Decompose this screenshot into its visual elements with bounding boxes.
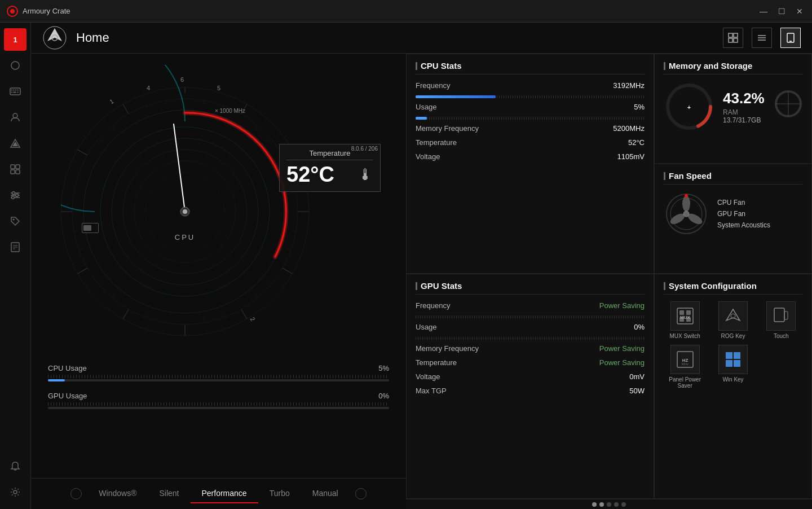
sidebar-item-profile[interactable] (4, 106, 27, 129)
svg-rect-33 (734, 38, 738, 42)
svg-point-22 (13, 219, 15, 221)
grid-view-button[interactable] (723, 28, 743, 48)
svg-point-20 (16, 194, 19, 197)
rog-key-label: ROG Key (721, 333, 745, 339)
mode-tab-turbo[interactable]: Turbo (258, 484, 301, 503)
sidebar-item-keyboard[interactable] (4, 80, 27, 103)
gear-icon[interactable] (4, 481, 27, 503)
svg-point-2 (11, 62, 19, 69)
svg-line-63 (254, 295, 257, 298)
cpu-stats-title: CPU Stats (416, 61, 645, 74)
config-item-mux[interactable]: MUX MUX Switch (664, 301, 706, 339)
cpu-usage-fill (48, 379, 65, 381)
sysconfig-title: System Configuration (664, 281, 802, 295)
thermometer-icon: 🌡 (358, 165, 373, 184)
sidebar-item-docs[interactable] (4, 236, 27, 258)
cpu-frequency-label: Frequency (416, 81, 450, 90)
app-title: Armoury Crate (23, 7, 70, 15)
sidebar-item-home[interactable]: 1 (4, 28, 27, 51)
svg-rect-115 (784, 311, 788, 319)
cpu-freq-bar (416, 95, 645, 98)
power-indicator (82, 223, 99, 233)
sidebar-item-tag[interactable] (4, 210, 27, 232)
mode-tab-performance[interactable]: Performance (191, 484, 258, 503)
fan-items: CPU Fan GPU Fan System Acoustics (717, 199, 802, 229)
sidebar-item-settings[interactable] (4, 184, 27, 207)
svg-line-67 (146, 313, 148, 318)
cpu-stats-card: CPU Stats Frequency 3192MHz Usage 5% (406, 54, 654, 274)
svg-rect-6 (15, 90, 16, 91)
minimize-button[interactable]: — (758, 6, 769, 17)
cpu-usage-row: CPU Usage 5% (48, 364, 389, 381)
svg-rect-3 (10, 88, 20, 95)
mode-tab-manual[interactable]: Manual (301, 484, 350, 503)
cpu-temp-label: Temperature (416, 138, 457, 147)
svg-line-75 (112, 125, 115, 129)
svg-line-59 (292, 192, 296, 192)
device-view-button[interactable] (780, 28, 801, 48)
svg-rect-108 (679, 310, 684, 315)
cpu-frequency-row: Frequency 3192MHz (416, 81, 645, 90)
fan-item-system: System Acoustics (717, 221, 802, 229)
config-item-touch[interactable]: Touch (760, 301, 802, 339)
svg-line-69 (98, 281, 102, 284)
svg-line-54 (204, 100, 204, 105)
cpu-frequency-value: 3192MHz (613, 81, 645, 90)
mem-label: RAM (723, 108, 765, 116)
gpu-frequency-row: Frequency Power Saving (416, 301, 645, 310)
usage-section: CPU Usage 5% GPU Usage 0% (31, 358, 406, 419)
gpu-usage-label: Usage (416, 323, 437, 331)
svg-line-65 (204, 318, 204, 323)
svg-line-52 (77, 150, 87, 155)
mode-tab-silent[interactable]: Silent (148, 484, 190, 503)
cpu-usage-header: CPU Usage 5% (48, 364, 389, 372)
gpu-usage-value: 0% (378, 392, 389, 400)
svg-line-46 (283, 268, 292, 274)
cpu-voltage-label: Voltage (416, 152, 440, 161)
memory-fan-stack: Memory and Storage + (654, 54, 812, 274)
sidebar-item-scenarios[interactable] (4, 158, 27, 181)
restore-button[interactable]: ☐ (776, 6, 787, 17)
scroll-dot-3 (607, 502, 611, 507)
svg-rect-119 (726, 352, 732, 359)
svg-rect-5 (14, 90, 15, 91)
temp-small-text: 8.0.6 / 206 (351, 146, 378, 152)
memory-gauge-area: + 43.2% RAM 13.7/31.7GB (664, 81, 802, 132)
svg-line-50 (77, 268, 87, 274)
mode-bar: Windows® Silent Performance Turbo Manual (31, 478, 406, 509)
close-button[interactable]: ✕ (794, 6, 805, 17)
svg-text:5: 5 (217, 85, 220, 91)
mode-tab-windows[interactable]: Windows® (87, 484, 148, 503)
gpu-voltage-row: Voltage 0mV (416, 372, 645, 381)
svg-rect-32 (729, 38, 732, 42)
svg-rect-13 (16, 165, 20, 169)
sidebar-item-circle[interactable] (4, 54, 27, 77)
config-item-rog[interactable]: ROG Key (712, 301, 754, 339)
cpu-gauge-svg: 6 5 4 3 2 1 × 1000 MHz (61, 65, 377, 347)
gpu-bar-ticks (48, 402, 389, 406)
right-scroll (406, 499, 812, 509)
cpu-usage-stat-value: 5% (634, 103, 645, 111)
memory-title: Memory and Storage (664, 61, 802, 74)
gpu-memfreq-value: Power Saving (599, 344, 645, 353)
svg-text:MUX: MUX (680, 315, 690, 320)
fan-dial (664, 191, 709, 236)
bell-icon[interactable] (4, 455, 27, 477)
svg-rect-14 (11, 170, 15, 174)
cpu-memfreq-row: Memory Frequency 5200MHz (416, 124, 645, 133)
content-area: Home (31, 23, 812, 509)
svg-text:+: + (687, 104, 691, 111)
mem-gauge: + (664, 81, 714, 132)
svg-line-72 (74, 192, 78, 192)
config-item-panel-power[interactable]: HZ MHz Panel Power Saver (664, 345, 706, 389)
svg-line-56 (254, 125, 257, 129)
rog-logo (42, 25, 68, 51)
svg-line-57 (268, 139, 271, 142)
svg-line-60 (292, 230, 296, 231)
cpu-voltage-row: Voltage 1105mV (416, 152, 645, 161)
svg-line-76 (146, 106, 148, 110)
svg-rect-30 (729, 33, 732, 37)
config-item-winkey[interactable]: Win Key (712, 345, 754, 389)
sidebar-item-aura[interactable] (4, 132, 27, 155)
list-view-button[interactable] (752, 28, 772, 48)
